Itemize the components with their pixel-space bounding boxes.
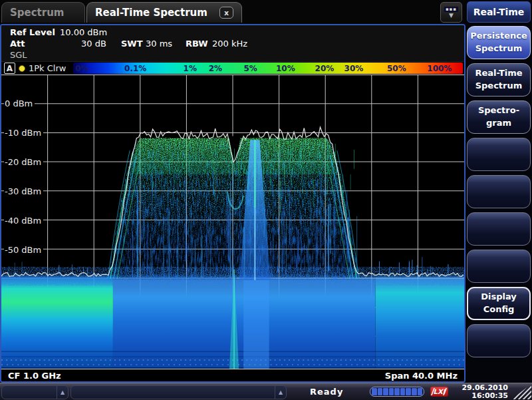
resize-grip-icon[interactable]	[511, 384, 531, 399]
trace-color-dot	[19, 65, 25, 72]
scale-label: 20%	[315, 63, 334, 74]
softkey-empty-4	[467, 250, 531, 283]
y-axis-label: -40 dBm	[4, 216, 43, 226]
persistence-spectrum-svg	[1, 75, 464, 369]
tab-list-dots-icon: ▪▪▪	[444, 7, 458, 12]
progress-segment	[389, 388, 394, 395]
att-value[interactable]: 30 dB	[81, 39, 106, 49]
progress-segment	[412, 388, 417, 395]
tab-list-icon[interactable]: ▪▪▪ ▼	[440, 2, 462, 23]
ref-level-field[interactable]: Ref Level	[10, 27, 55, 37]
progress-segment	[372, 388, 377, 395]
message-panel-2[interactable]: ▲	[70, 385, 287, 399]
measurement-display: Ref Level 10.00 dBm Att 30 dB SWT 30 ms …	[0, 24, 466, 383]
softkey-spectrogram[interactable]: Spectro- gram	[467, 100, 531, 134]
expand-panel-icon[interactable]: ▲	[275, 386, 286, 399]
datetime-display: 29.06.2010 16:00:35	[462, 384, 508, 400]
progress-segment	[383, 388, 388, 395]
scale-label: 2%	[209, 63, 222, 74]
ref-level-value[interactable]: 10.00 dBm	[60, 27, 107, 37]
close-icon[interactable]: x	[219, 7, 233, 19]
message-panel-1[interactable]: ▲	[1, 385, 68, 399]
softkey-empty-5	[467, 324, 531, 357]
tab-spectrum[interactable]: Spectrum	[1, 2, 85, 23]
instrument-screen: Spectrum Real-Time Spectrum x ▪▪▪ ▼ Ref …	[0, 0, 532, 400]
persistence-color-scale: 0%0.1%1%2%5%10%20%30%50%100%	[73, 63, 463, 74]
att-field[interactable]: Att	[10, 39, 25, 49]
softkey-display-config[interactable]: Display Config	[467, 287, 531, 320]
softkey-sidebar: Real-Time Persistence Spectrum Real-Time…	[466, 0, 532, 383]
center-frequency-field[interactable]: CF 1.0 GHz	[8, 371, 61, 381]
sweep-progress-bar	[370, 387, 424, 397]
spectrum-plot: 0 dBm-10 dBm-20 dBm-30 dBm-40 dBm-50 dBm	[1, 75, 464, 369]
tab-bar: Spectrum Real-Time Spectrum x ▪▪▪ ▼	[0, 0, 466, 24]
scale-label: 0.1%	[124, 63, 146, 74]
rbw-value[interactable]: 200 kHz	[212, 39, 247, 49]
scale-label: 5%	[243, 63, 257, 74]
window-a-badge: A	[4, 63, 15, 74]
y-axis-label: -20 dBm	[4, 157, 43, 168]
scale-label: 0%	[75, 63, 88, 74]
scale-label: 50%	[387, 63, 406, 74]
swt-value[interactable]: 30 ms	[146, 39, 172, 49]
softkey-realtime-spectrum[interactable]: Real-Time Spectrum	[467, 63, 531, 97]
softkey-empty-2	[467, 175, 531, 208]
scale-row: A 1Pk Clrw 0%0.1%1%2%5%10%20%30%50%100%	[1, 61, 464, 75]
swt-field[interactable]: SWT	[121, 39, 143, 49]
time-text: 16:00:35	[462, 392, 508, 400]
y-axis-label: -50 dBm	[4, 245, 43, 256]
softkey-persistence-spectrum[interactable]: Persistence Spectrum	[467, 26, 531, 59]
progress-segment	[394, 388, 400, 395]
softkey-empty-3	[467, 212, 531, 246]
plot-footer: CF 1.0 GHz Span 40.0 MHz	[1, 369, 464, 381]
trace-mode-label: 1Pk Clrw	[29, 63, 66, 73]
trace-legend: A 1Pk Clrw	[1, 62, 73, 75]
progress-segment	[418, 388, 423, 395]
tab-label: Spectrum	[10, 7, 64, 19]
softkey-menu-title: Real-Time	[467, 1, 531, 23]
status-text: Ready	[310, 387, 343, 397]
scale-label: 1%	[184, 63, 197, 74]
scale-label: 100%	[427, 63, 452, 74]
single-sweep-indicator: SGL	[10, 50, 27, 60]
rbw-field[interactable]: RBW	[186, 39, 208, 49]
tab-realtime-spectrum[interactable]: Real-Time Spectrum x	[86, 2, 242, 23]
span-field[interactable]: Span 40.0 MHz	[385, 371, 458, 381]
expand-panel-icon[interactable]: ▲	[57, 386, 68, 399]
chevron-down-icon: ▼	[449, 13, 454, 18]
progress-segment	[378, 388, 383, 395]
y-axis-label: 0 dBm	[4, 99, 35, 109]
scale-label: 10%	[276, 63, 295, 74]
tab-label: Real-Time Spectrum	[95, 7, 207, 19]
measurement-header: Ref Level 10.00 dBm Att 30 dB SWT 30 ms …	[1, 25, 464, 61]
y-axis-label: -30 dBm	[4, 186, 43, 197]
scale-label: 30%	[344, 63, 364, 74]
progress-segment	[406, 388, 411, 395]
y-axis-label: -10 dBm	[4, 128, 43, 138]
progress-segment	[400, 388, 406, 395]
lxi-icon: LXI	[430, 387, 448, 397]
softkey-empty-1	[467, 138, 531, 171]
status-bar: ▲ ▲ Ready LXI 29.06.2010 16:00:35	[0, 383, 532, 400]
